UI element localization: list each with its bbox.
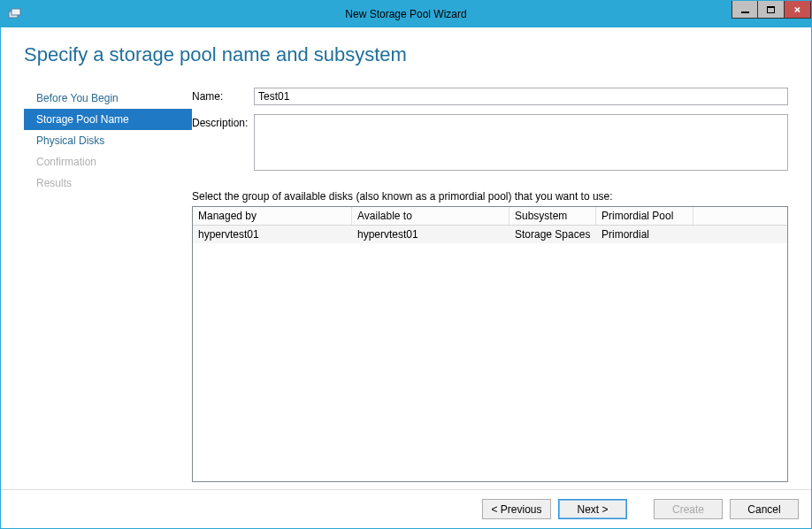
description-row: Description:: [192, 114, 788, 171]
cell-primordial-pool: Primordial: [596, 226, 693, 243]
minimize-button[interactable]: [732, 1, 758, 19]
window-title: New Storage Pool Wizard: [1, 8, 811, 20]
cell-managed-by: hypervtest01: [193, 226, 352, 243]
close-button[interactable]: ×: [785, 1, 811, 19]
col-header-primordial-pool[interactable]: Primordial Pool: [596, 207, 693, 225]
maximize-button[interactable]: [758, 1, 785, 19]
window-controls: ×: [732, 1, 811, 19]
table-row[interactable]: hypervtest01 hypervtest01 Storage Spaces…: [193, 226, 787, 243]
col-header-subsystem[interactable]: Subsystem: [509, 207, 596, 225]
page-title: Specify a storage pool name and subsyste…: [24, 43, 788, 66]
next-button[interactable]: Next >: [558, 499, 627, 519]
button-gap: [634, 499, 647, 519]
sidebar-item-confirmation: Confirmation: [24, 151, 192, 172]
sidebar-item-results: Results: [24, 172, 192, 194]
name-row: Name:: [192, 88, 788, 105]
sidebar-item-storage-pool-name[interactable]: Storage Pool Name: [24, 109, 192, 130]
grid-body: hypervtest01 hypervtest01 Storage Spaces…: [193, 226, 787, 481]
window-frame: New Storage Pool Wizard × Specify a stor…: [0, 0, 812, 529]
sidebar-item-before-you-begin[interactable]: Before You Begin: [24, 88, 192, 109]
cell-subsystem: Storage Spaces: [509, 226, 596, 243]
cell-available-to: hypervtest01: [352, 226, 509, 243]
col-header-filler: [693, 207, 787, 225]
content-area: Specify a storage pool name and subsyste…: [1, 27, 811, 489]
previous-button[interactable]: < Previous: [482, 499, 551, 519]
description-input[interactable]: [254, 114, 788, 171]
primordial-pool-grid[interactable]: Managed by Available to Subsystem Primor…: [192, 206, 788, 482]
description-label: Description:: [192, 114, 254, 129]
create-button: Create: [654, 499, 723, 519]
body-row: Before You Begin Storage Pool Name Physi…: [24, 88, 788, 482]
col-header-managed-by[interactable]: Managed by: [193, 207, 352, 225]
step-sidebar: Before You Begin Storage Pool Name Physi…: [24, 88, 192, 482]
title-bar: New Storage Pool Wizard ×: [1, 1, 811, 27]
pool-select-prompt: Select the group of available disks (als…: [192, 190, 788, 203]
footer: < Previous Next > Create Cancel: [1, 489, 811, 528]
grid-header: Managed by Available to Subsystem Primor…: [193, 207, 787, 226]
name-label: Name:: [192, 88, 254, 103]
name-input[interactable]: [254, 88, 788, 105]
col-header-available-to[interactable]: Available to: [352, 207, 509, 225]
sidebar-item-physical-disks[interactable]: Physical Disks: [24, 130, 192, 151]
cancel-button[interactable]: Cancel: [730, 499, 799, 519]
main-pane: Name: Description: Select the group of a…: [192, 88, 788, 482]
